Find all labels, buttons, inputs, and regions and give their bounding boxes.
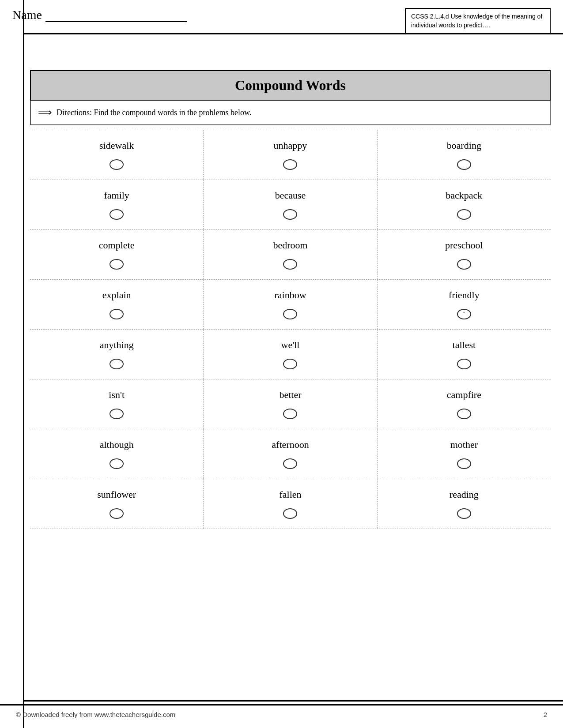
circle-option-7-1[interactable] — [283, 508, 297, 519]
ccss-box: CCSS 2.L.4.d Use knowledge of the meanin… — [405, 8, 551, 34]
circle-option-1-2[interactable] — [457, 209, 471, 220]
circle-option-1-1[interactable] — [283, 209, 297, 220]
circle-option-6-1[interactable] — [283, 458, 297, 469]
footer: © Downloaded freely from www.theteachers… — [0, 704, 563, 718]
word-cell-1-2: backpack — [378, 180, 551, 229]
word-label-4-1: we'll — [281, 339, 300, 351]
word-label-3-0: explain — [102, 289, 131, 301]
directions-box: ⟹ Directions: Find the compound words in… — [30, 101, 551, 125]
circle-option-5-0[interactable] — [110, 409, 124, 419]
word-cell-5-2: campfire — [378, 379, 551, 429]
page-number: 2 — [544, 711, 547, 718]
word-label-2-2: preschool — [445, 240, 483, 251]
word-label-6-2: mother — [450, 439, 478, 450]
word-cell-4-0: anything — [30, 330, 204, 379]
word-row: familybecausebackpack — [30, 180, 551, 229]
word-label-3-2: friendly — [449, 289, 480, 301]
circle-option-4-2[interactable] — [457, 359, 471, 369]
word-cell-0-0: sidewalk — [30, 130, 204, 180]
word-cell-4-1: we'll — [204, 330, 377, 379]
circle-option-2-1[interactable] — [283, 259, 297, 270]
top-border — [23, 33, 563, 34]
word-row: completebedroompreschool — [30, 229, 551, 279]
circle-option-6-2[interactable] — [457, 458, 471, 469]
word-label-7-2: reading — [450, 489, 479, 500]
word-row: sidewalkunhappyboarding — [30, 130, 551, 180]
word-label-0-1: unhappy — [274, 140, 307, 151]
word-cell-7-0: sunflower — [30, 479, 204, 529]
circle-option-3-1[interactable] — [283, 309, 297, 319]
circle-option-5-2[interactable] — [457, 409, 471, 419]
top-bar: Name CCSS 2.L.4.d Use knowledge of the m… — [0, 0, 563, 34]
circle-option-7-0[interactable] — [110, 508, 124, 519]
circle-option-2-2[interactable] — [457, 259, 471, 270]
word-cell-7-1: fallen — [204, 479, 377, 529]
word-label-2-1: bedroom — [273, 240, 307, 251]
word-row: anythingwe'lltallest — [30, 329, 551, 379]
word-cell-3-0: explain — [30, 280, 204, 329]
word-cell-1-1: because — [204, 180, 377, 229]
copyright-text: © Downloaded freely from www.theteachers… — [16, 711, 175, 718]
word-cell-4-2: tallest — [378, 330, 551, 379]
word-label-0-2: boarding — [447, 140, 481, 151]
word-label-4-0: anything — [100, 339, 134, 351]
word-cell-0-2: boarding — [378, 130, 551, 180]
title-text: Compound Words — [235, 77, 346, 93]
left-border — [23, 0, 24, 728]
word-cell-7-2: reading — [378, 479, 551, 529]
word-cell-6-0: although — [30, 429, 204, 479]
main-content: Compound Words ⟹ Directions: Find the co… — [30, 70, 551, 529]
word-label-2-0: complete — [99, 240, 135, 251]
word-cell-5-0: isn't — [30, 379, 204, 429]
word-label-5-0: isn't — [109, 389, 125, 401]
word-label-0-0: sidewalk — [99, 140, 134, 151]
name-label: Name — [12, 8, 42, 22]
word-label-7-0: sunflower — [97, 489, 136, 500]
circle-option-7-2[interactable] — [457, 508, 471, 519]
words-grid: sidewalkunhappyboardingfamilybecauseback… — [30, 130, 551, 529]
word-label-5-2: campfire — [447, 389, 481, 401]
circle-option-0-1[interactable] — [283, 159, 297, 170]
circle-option-3-2[interactable] — [457, 309, 471, 319]
word-label-6-0: although — [100, 439, 134, 450]
circle-option-4-1[interactable] — [283, 359, 297, 369]
word-cell-2-2: preschool — [378, 230, 551, 279]
word-row: explainrainbowfriendly — [30, 279, 551, 329]
word-label-5-1: better — [279, 389, 301, 401]
circle-option-6-0[interactable] — [110, 458, 124, 469]
word-cell-6-2: mother — [378, 429, 551, 479]
name-underline — [45, 10, 187, 22]
word-cell-3-2: friendly — [378, 280, 551, 329]
circle-option-2-0[interactable] — [110, 259, 124, 270]
word-label-1-0: family — [104, 190, 129, 201]
word-label-7-1: fallen — [279, 489, 301, 500]
ccss-text: CCSS 2.L.4.d Use knowledge of the meanin… — [411, 13, 542, 29]
word-cell-1-0: family — [30, 180, 204, 229]
word-label-3-1: rainbow — [274, 289, 306, 301]
word-cell-2-1: bedroom — [204, 230, 377, 279]
circle-option-4-0[interactable] — [110, 359, 124, 369]
arrow-icon: ⟹ — [38, 107, 52, 118]
word-label-1-1: because — [275, 190, 306, 201]
circle-option-3-0[interactable] — [110, 309, 124, 319]
circle-option-1-0[interactable] — [110, 209, 124, 220]
circle-option-5-1[interactable] — [283, 409, 297, 419]
directions-text: Directions: Find the compound words in t… — [57, 108, 251, 117]
word-cell-5-1: better — [204, 379, 377, 429]
title-box: Compound Words — [30, 70, 551, 101]
word-row: sunflowerfallenreading — [30, 479, 551, 529]
word-label-1-2: backpack — [446, 190, 482, 201]
word-label-6-1: afternoon — [272, 439, 309, 450]
word-row: althoughafternoonmother — [30, 429, 551, 479]
name-line: Name — [12, 8, 187, 22]
page: Name CCSS 2.L.4.d Use knowledge of the m… — [0, 0, 563, 728]
word-label-4-2: tallest — [453, 339, 476, 351]
word-cell-0-1: unhappy — [204, 130, 377, 180]
circle-option-0-0[interactable] — [110, 159, 124, 170]
bottom-border — [23, 700, 563, 702]
word-cell-6-1: afternoon — [204, 429, 377, 479]
circle-option-0-2[interactable] — [457, 159, 471, 170]
word-cell-3-1: rainbow — [204, 280, 377, 329]
word-row: isn'tbettercampfire — [30, 379, 551, 429]
word-cell-2-0: complete — [30, 230, 204, 279]
